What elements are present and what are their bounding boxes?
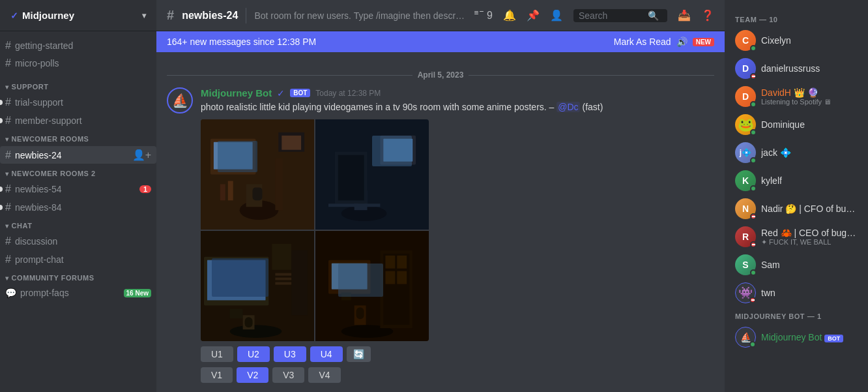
new-badge: 16 New <box>124 289 151 297</box>
u2-button[interactable]: U2 <box>237 346 270 362</box>
image-cell-1[interactable] <box>201 119 314 230</box>
channel-item-getting-started[interactable]: # getting-started <box>0 37 156 54</box>
channel-item-newbies-24[interactable]: # newbies-24 👤+ <box>0 146 156 164</box>
member-item-nadir[interactable]: N Nadir 🤔 | CFO of bug... <box>730 195 863 222</box>
u4-button[interactable]: U4 <box>310 346 343 362</box>
channel-item-discussion[interactable]: # discussion <box>0 233 156 250</box>
svg-rect-2 <box>474 14 478 14</box>
member-name: Cixelyn <box>761 35 858 46</box>
member-item-red[interactable]: R Red 🦀 | CEO of bugs ... ✦ FUCK IT, WE … <box>730 223 863 250</box>
mark-as-read-button[interactable]: Mark As Read 🔊 NEW <box>614 37 714 47</box>
svg-rect-37 <box>275 277 291 280</box>
member-item-dominique[interactable]: 🐸 Dominique <box>730 111 863 138</box>
member-item-midjourney-bot[interactable]: ⛵ Midjourney Bot BOT <box>730 324 863 351</box>
channel-item-prompt-chat[interactable]: # prompt-chat <box>0 251 156 268</box>
svg-rect-52 <box>397 271 407 284</box>
server-name: Midjourney <box>22 10 74 21</box>
category-community-forums[interactable]: ▾ COMMUNITY FORUMS <box>0 269 156 284</box>
bot-tag-label: BOT <box>824 335 843 342</box>
forum-icon: 💬 <box>5 288 16 298</box>
search-input[interactable] <box>579 10 644 21</box>
member-item-davidh[interactable]: D DavidH 👑 🔮 Listening to Spotify 🖥 <box>730 83 863 110</box>
new-tag: NEW <box>693 38 714 46</box>
message-time: Today at 12:38 PM <box>315 89 381 98</box>
v4-button[interactable]: V4 <box>308 367 340 383</box>
svg-rect-7 <box>214 142 253 169</box>
member-count: 9 <box>487 10 493 22</box>
message-text: photo realistic little kid playing video… <box>201 101 714 114</box>
category-chat[interactable]: ▾ CHAT <box>0 217 156 232</box>
member-name: Red 🦀 | CEO of bugs ... <box>761 228 858 238</box>
member-item-jack[interactable]: j💠 jack 💠 <box>730 139 863 166</box>
pin-icon[interactable]: 📌 <box>527 9 540 22</box>
add-member-icon[interactable]: 👤+ <box>132 149 151 161</box>
svg-rect-43 <box>341 292 351 300</box>
inbox-icon[interactable]: 📥 <box>678 9 691 22</box>
header-icons: 9 🔔 📌 👤 🔍 📥 ❓ <box>474 9 714 22</box>
member-name: DavidH 👑 🔮 <box>761 87 858 98</box>
member-info: DavidH 👑 🔮 Listening to Spotify 🖥 <box>761 87 858 106</box>
generated-image-grid <box>201 119 429 341</box>
mention: @Dc <box>557 102 579 112</box>
v3-button[interactable]: V3 <box>272 367 304 383</box>
image-cell-4[interactable] <box>315 231 429 341</box>
hash-icon: # <box>5 57 11 69</box>
member-item-kylelf[interactable]: K kylelf <box>730 167 863 194</box>
speaker-icon: 🔊 <box>676 37 687 47</box>
svg-rect-24 <box>338 155 364 200</box>
channel-topic: Bot room for new users. Type /imagine th… <box>254 10 466 21</box>
member-info: Dominique <box>761 119 858 130</box>
channel-item-micro-polls[interactable]: # micro-polls <box>0 55 156 72</box>
channel-name: discussion <box>15 236 151 247</box>
member-item-danielrussruss[interactable]: D danielrussruss <box>730 55 863 82</box>
members-icon[interactable]: 👤 <box>550 9 563 22</box>
u1-button[interactable]: U1 <box>201 346 233 362</box>
member-item-cixelyn[interactable]: C Cixelyn <box>730 27 863 54</box>
svg-rect-46 <box>356 307 364 319</box>
message-header: Midjourney Bot ✓ BOT Today at 12:38 PM <box>201 87 714 98</box>
notification-icon[interactable]: 🔔 <box>503 9 516 22</box>
status-online-dot <box>750 101 757 108</box>
svg-rect-30 <box>230 309 243 318</box>
svg-rect-38 <box>275 282 291 284</box>
action-buttons-row2: V1 V2 V3 V4 <box>201 367 714 383</box>
message-author: Midjourney Bot <box>201 87 272 98</box>
channel-name: prompt-faqs <box>20 288 124 298</box>
svg-rect-19 <box>383 138 412 161</box>
server-header[interactable]: ✓ Midjourney ▾ <box>0 0 156 31</box>
channel-item-newbies-84[interactable]: # newbies-84 <box>0 199 156 216</box>
chat-header: # newbies-24 Bot room for new users. Typ… <box>156 0 725 31</box>
member-item-twn[interactable]: 👾 twn <box>730 279 863 307</box>
member-avatar: 🐸 <box>735 114 756 135</box>
member-avatar: 👾 <box>735 282 756 303</box>
category-support[interactable]: ▾ SUPPORT <box>0 78 156 93</box>
svg-rect-15 <box>275 158 283 210</box>
member-count-icon[interactable]: 9 <box>474 10 493 22</box>
channel-name: newbies-84 <box>15 202 151 213</box>
category-newcomer-rooms-2[interactable]: ▾ NEWCOMER ROOMS 2 <box>0 164 156 180</box>
channel-item-trial-support[interactable]: # trial-support <box>0 94 156 111</box>
member-info: Sam <box>761 260 858 270</box>
search-box[interactable]: 🔍 <box>573 9 667 22</box>
svg-rect-28 <box>207 260 265 300</box>
status-online-dot <box>750 185 757 192</box>
image-cell-3[interactable] <box>201 231 314 341</box>
channel-item-prompt-faqs[interactable]: 💬 prompt-faqs 16 New <box>0 285 156 301</box>
image-cell-2[interactable] <box>315 119 429 230</box>
v1-button[interactable]: V1 <box>201 367 233 383</box>
refresh-button[interactable]: 🔄 <box>347 346 371 362</box>
channel-item-newbies-54[interactable]: # newbies-54 1 <box>0 181 156 198</box>
category-label: NEWCOMER ROOMS 2 <box>12 170 96 177</box>
u3-button[interactable]: U3 <box>274 346 306 362</box>
channel-name: micro-polls <box>15 58 151 68</box>
message-body-text: photo realistic little kid playing video… <box>201 102 554 112</box>
member-item-sam[interactable]: S Sam <box>730 251 863 279</box>
category-newcomer-rooms[interactable]: ▾ NEWCOMER ROOMS <box>0 130 156 145</box>
svg-rect-5 <box>210 138 256 174</box>
bot-section-title: MIDJOURNEY BOT — 1 <box>730 307 863 323</box>
channel-item-member-support[interactable]: # member-support <box>0 112 156 129</box>
svg-rect-11 <box>220 184 225 200</box>
help-icon[interactable]: ❓ <box>701 9 714 22</box>
v2-button[interactable]: V2 <box>237 367 268 383</box>
category-label: NEWCOMER ROOMS <box>12 135 89 143</box>
